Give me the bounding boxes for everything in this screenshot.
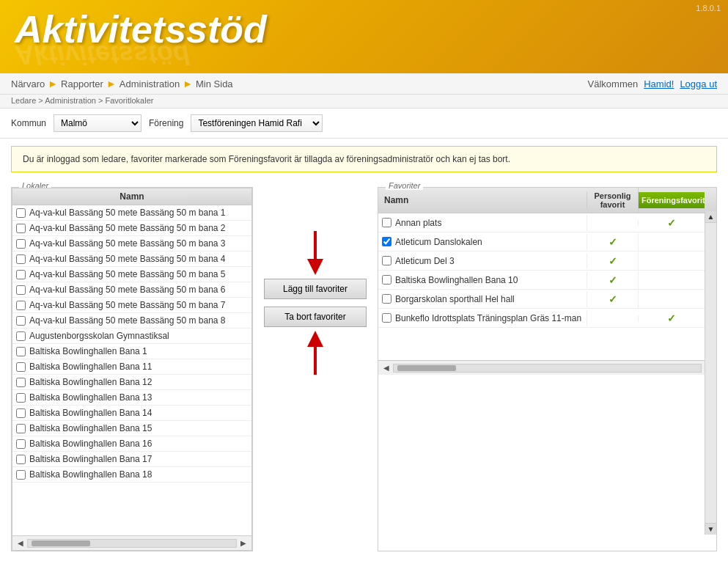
- lokaler-item-label: Baltiska Bowlinghallen Bana 12: [29, 377, 152, 387]
- svg-marker-1: [307, 259, 323, 275]
- lokaler-checkbox-5[interactable]: [16, 285, 26, 295]
- lokaler-list-item: Baltiska Bowlinghallen Bana 13: [12, 390, 251, 406]
- lokaler-list-item: Aq-va-kul Bassäng 50 mete Bassäng 50 m b…: [12, 313, 251, 329]
- breadcrumb: Närvaro ► Rapporter ► Administration ► M…: [11, 78, 233, 89]
- app-title: Aktivitetsstöd: [15, 7, 713, 51]
- favoriter-scroll-body[interactable]: Annan plats ✓ Atleticum Danslokalen ✓ At…: [378, 213, 716, 360]
- fav-list-item: Bunkeflo Idrottsplats Träningsplan Gräs …: [378, 309, 716, 328]
- fav-list-item: Baltiska Bowlinghallen Bana 10 ✓: [378, 271, 716, 290]
- breadcrumb-rapporter[interactable]: Rapporter: [61, 78, 103, 89]
- lokaler-checkbox-13[interactable]: [16, 408, 26, 418]
- lokaler-scroll-body[interactable]: Aq-va-kul Bassäng 50 mete Bassäng 50 m b…: [12, 205, 251, 535]
- lokaler-list-item: Baltiska Bowlinghallen Bana 15: [12, 421, 251, 436]
- lokaler-checkbox-1[interactable]: [16, 224, 26, 233]
- kommun-select[interactable]: Malmö: [54, 114, 141, 132]
- scroll-right-arrow[interactable]: ▶: [237, 538, 250, 549]
- add-favorites-button[interactable]: Lägg till favoriter: [264, 279, 367, 299]
- fav-scroll-left[interactable]: ◀: [380, 362, 393, 373]
- lokaler-checkbox-9[interactable]: [16, 347, 26, 356]
- remove-favorites-button[interactable]: Ta bort favoriter: [264, 307, 367, 327]
- forening-label: Förening: [149, 118, 183, 128]
- fav-checkbox-5[interactable]: [382, 313, 391, 323]
- info-box: Du är inloggad som ledare, favoriter mar…: [11, 146, 717, 172]
- lokaler-scroll-bottom: ◀ ▶: [12, 535, 251, 550]
- lokaler-list-item: Baltiska Bowlinghallen Bana 18: [12, 467, 251, 483]
- fav-forenings-cell: ✓: [639, 309, 705, 327]
- main-content: Lokaler Namn Aq-va-kul Bassäng 50 mete B…: [0, 180, 728, 559]
- fav-col-forenings-header: Föreningsfavorit: [639, 192, 705, 208]
- lokaler-list-item: Baltiska Bowlinghallen Bana 12: [12, 375, 251, 390]
- fav-scroll-track[interactable]: [393, 364, 702, 373]
- kommun-label: Kommun: [11, 118, 46, 128]
- fav-right-scrollbar[interactable]: ▲ ▼: [705, 211, 716, 535]
- fav-scrollbar-track: [705, 223, 716, 523]
- lokaler-column-header: Namn: [12, 188, 251, 205]
- lokaler-checkbox-16[interactable]: [16, 455, 26, 464]
- fav-checkbox-3[interactable]: [382, 275, 391, 285]
- lokaler-checkbox-8[interactable]: [16, 331, 26, 341]
- breadcrumb-administration[interactable]: Administration: [120, 78, 180, 89]
- lokaler-list-item: Aq-va-kul Bassäng 50 mete Bassäng 50 m b…: [12, 267, 251, 282]
- personlig-checkmark: ✓: [608, 255, 617, 267]
- fav-checkbox-0[interactable]: [382, 218, 391, 227]
- lokaler-checkbox-0[interactable]: [16, 208, 26, 218]
- lokaler-list-item: Augustenborgsskolan Gymnastiksal: [12, 329, 251, 344]
- fav-scrollbar-down[interactable]: ▼: [705, 523, 716, 535]
- lokaler-checkbox-10[interactable]: [16, 362, 26, 372]
- lokaler-checkbox-15[interactable]: [16, 439, 26, 449]
- sep2: ►: [106, 78, 117, 89]
- fav-col-personlig-header: Personlig favorit: [587, 188, 639, 213]
- fav-personlig-cell: ✓: [587, 271, 639, 289]
- scroll-track[interactable]: [27, 539, 237, 548]
- forening-select[interactable]: Testföreningen Hamid Rafi: [191, 114, 323, 132]
- lokaler-item-label: Baltiska Bowlinghallen Bana 17: [29, 454, 152, 464]
- breadcrumb-minsida[interactable]: Min Sida: [196, 78, 233, 89]
- lokaler-item-label: Baltiska Bowlinghallen Bana 13: [29, 392, 152, 403]
- personlig-checkmark: ✓: [608, 274, 617, 286]
- fav-checkbox-1[interactable]: [382, 237, 391, 246]
- fav-forenings-cell: [639, 277, 705, 283]
- fav-scroll-thumb: [397, 365, 456, 371]
- svg-marker-2: [307, 331, 323, 347]
- lokaler-panel: Lokaler Namn Aq-va-kul Bassäng 50 mete B…: [11, 187, 253, 551]
- lokaler-list-item: Aq-va-kul Bassäng 50 mete Bassäng 50 m b…: [12, 282, 251, 298]
- welcome-prefix: Välkommen: [588, 78, 639, 89]
- user-name-link[interactable]: Hamid!: [644, 78, 674, 89]
- lokaler-item-label: Aq-va-kul Bassäng 50 mete Bassäng 50 m b…: [29, 254, 226, 264]
- lokaler-checkbox-6[interactable]: [16, 301, 26, 310]
- fav-scrollbar-up[interactable]: ▲: [705, 211, 716, 223]
- fav-personlig-cell: ✓: [587, 252, 639, 270]
- fav-item-name: Annan plats: [378, 215, 587, 231]
- fav-checkbox-4[interactable]: [382, 294, 391, 304]
- arrow-down-svg: [304, 231, 326, 275]
- forenings-checkmark: ✓: [667, 312, 676, 324]
- lokaler-item-label: Baltiska Bowlinghallen Bana 16: [29, 439, 152, 449]
- lokaler-checkbox-14[interactable]: [16, 424, 26, 433]
- lokaler-item-label: Baltiska Bowlinghallen Bana 14: [29, 408, 152, 418]
- fav-item-name: Borgarskolan sporthall Hel hall: [378, 291, 587, 307]
- lokaler-checkbox-11[interactable]: [16, 378, 26, 387]
- scroll-thumb: [32, 540, 90, 546]
- lokaler-checkbox-7[interactable]: [16, 316, 26, 326]
- lokaler-list-item: Aq-va-kul Bassäng 50 mete Bassäng 50 m b…: [12, 221, 251, 236]
- lokaler-item-label: Baltiska Bowlinghallen Bana 18: [29, 469, 152, 480]
- lokaler-item-label: Aq-va-kul Bassäng 50 mete Bassäng 50 m b…: [29, 285, 226, 295]
- fav-forenings-cell: ✓: [639, 214, 705, 232]
- lokaler-checkbox-17[interactable]: [16, 470, 26, 480]
- logout-link[interactable]: Logga ut: [680, 78, 717, 89]
- lokaler-list-item: Aq-va-kul Bassäng 50 mete Bassäng 50 m b…: [12, 298, 251, 313]
- fav-checkbox-2[interactable]: [382, 256, 391, 265]
- lokaler-item-label: Aq-va-kul Bassäng 50 mete Bassäng 50 m b…: [29, 223, 226, 233]
- lokaler-list-item: Baltiska Bowlinghallen Bana 11: [12, 359, 251, 375]
- sep3: ►: [183, 78, 193, 89]
- lokaler-checkbox-2[interactable]: [16, 239, 26, 249]
- scroll-left-arrow[interactable]: ◀: [14, 538, 27, 549]
- breadcrumb-narvaro[interactable]: Närvaro: [11, 78, 45, 89]
- fav-personlig-cell: ✓: [587, 290, 639, 308]
- lokaler-list-item: Aq-va-kul Bassäng 50 mete Bassäng 50 m b…: [12, 205, 251, 221]
- favoriter-panel-title: Favoriter: [386, 181, 423, 190]
- sub-breadcrumb: Ledare > Administration > Favoritlokaler: [0, 95, 728, 109]
- lokaler-checkbox-12[interactable]: [16, 393, 26, 403]
- lokaler-checkbox-3[interactable]: [16, 254, 26, 264]
- lokaler-checkbox-4[interactable]: [16, 270, 26, 279]
